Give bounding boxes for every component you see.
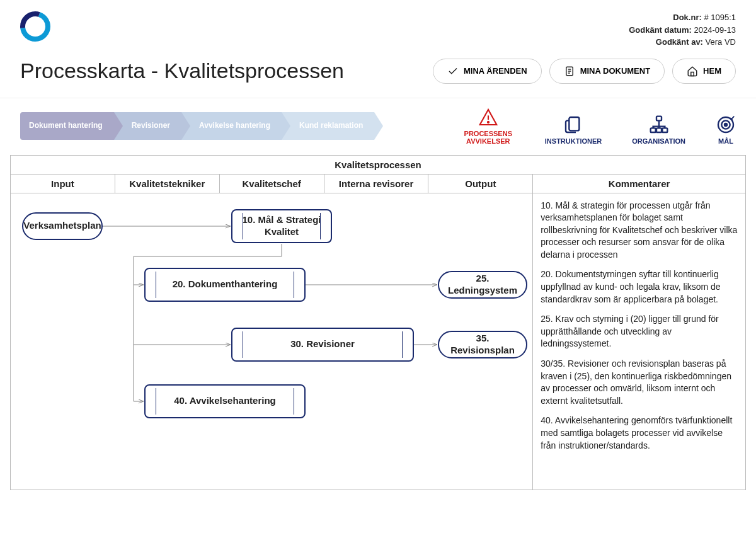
comments-panel: 10. Mål & strategin för processen utgår … xyxy=(533,193,745,466)
col-input: Input xyxy=(11,174,115,193)
hem-label: HEM xyxy=(703,66,721,76)
svg-rect-6 xyxy=(691,72,694,76)
comment-30-35: 30/35. Revisioner och revisionsplan base… xyxy=(541,358,738,407)
node-verksamhetsplan[interactable]: Verksamhetsplan xyxy=(22,212,103,240)
meta-date-label: Godkänt datum: xyxy=(629,25,692,35)
mina-dokument-label: MINA DOKUMENT xyxy=(580,66,650,76)
org-chart-icon xyxy=(649,115,669,135)
svg-rect-10 xyxy=(656,116,662,120)
node-10-mal-strategi[interactable]: 10. Mål & Strategi Kvalitet xyxy=(231,209,332,243)
swimlane-canvas: Verksamhetsplan 10. Mål & Strategi Kvali… xyxy=(11,193,532,490)
target-icon xyxy=(716,115,736,135)
mina-dokument-button[interactable]: MINA DOKUMENT xyxy=(549,59,665,84)
node-30-revisioner[interactable]: 30. Revisioner xyxy=(231,328,414,362)
node-35-revisionsplan[interactable]: 35. Revisionsplan xyxy=(438,331,527,358)
crumb-revisioner[interactable]: Revisioner xyxy=(114,112,181,140)
svg-point-16 xyxy=(724,123,727,126)
meta-by-value: Vera VD xyxy=(706,37,736,47)
processens-avvikelser-link[interactable]: PROCESSENS AVVIKELSER xyxy=(462,107,515,145)
comment-25: 25. Krav och styrning i (20) ligger till… xyxy=(541,313,738,350)
node-20-dokumenthantering[interactable]: 20. Dokumenthantering xyxy=(144,268,306,302)
svg-rect-11 xyxy=(650,128,655,132)
comment-10: 10. Mål & strategin för processen utgår … xyxy=(541,200,738,261)
crumb-avvikelsehantering[interactable]: Avvikelse hantering xyxy=(181,112,282,140)
crumb-kundreklamation[interactable]: Kund reklamation xyxy=(282,112,374,140)
documents-icon xyxy=(563,115,583,135)
col-output: Output xyxy=(428,174,533,193)
mina-arenden-button[interactable]: MINA ÄRENDEN xyxy=(433,59,542,84)
breadcrumb: Dokument hantering Revisioner Avvikelse … xyxy=(20,112,374,140)
meta-date-value: 2024-09-13 xyxy=(694,25,736,35)
mal-link[interactable]: MÅL xyxy=(716,115,736,145)
document-meta: Dok.nr: # 1095:1 Godkänt datum: 2024-09-… xyxy=(629,11,736,49)
page-title: Processkarta - Kvalitetsprocessen xyxy=(20,59,344,83)
col-kvalitetschef: Kvalitetschef xyxy=(219,174,324,193)
col-interna-revisorer: Interna revisorer xyxy=(324,174,428,193)
comment-20: 20. Dokumentstyrningen syftar till konti… xyxy=(541,268,738,306)
crumb-dokumenthantering[interactable]: Dokument hantering xyxy=(20,112,114,140)
meta-by-label: Godkänt av: xyxy=(656,37,703,47)
svg-rect-12 xyxy=(662,128,667,132)
node-40-avvikelsehantering[interactable]: 40. Avvikelsehantering xyxy=(144,384,306,418)
swimlane-table: Kvalitetsprocessen Input Kvalitetsteknik… xyxy=(10,155,746,490)
meta-doknr-label: Dok.nr: xyxy=(673,13,702,22)
node-25-ledningsystem[interactable]: 25. Ledningsystem xyxy=(438,271,527,299)
instruktioner-link[interactable]: INSTRUKTIONER xyxy=(545,115,602,145)
col-kommentarer: Kommentarer xyxy=(533,174,746,193)
svg-point-8 xyxy=(488,121,489,122)
svg-rect-9 xyxy=(569,117,579,130)
svg-rect-13 xyxy=(656,128,662,132)
hem-button[interactable]: HEM xyxy=(672,59,736,84)
warning-triangle-icon xyxy=(478,107,498,127)
comment-40: 40. Avvikelsehantering genomförs tvärfun… xyxy=(541,415,738,452)
meta-doknr-value: # 1095:1 xyxy=(704,13,736,22)
col-kvalitetstekniker: Kvalitetstekniker xyxy=(115,174,219,193)
swimlane-super-header: Kvalitetsprocessen xyxy=(11,155,746,174)
organisation-link[interactable]: ORGANISATION xyxy=(632,115,685,145)
mina-arenden-label: MINA ÄRENDEN xyxy=(464,66,527,76)
company-logo-icon xyxy=(20,11,50,42)
